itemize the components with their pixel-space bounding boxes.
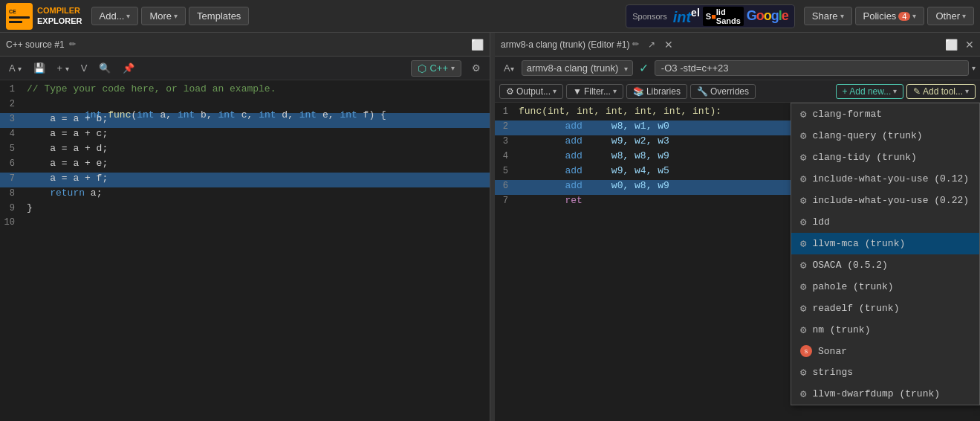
policies-button[interactable]: Policies 4 ▾	[855, 7, 925, 25]
menu-item-label: readelf (trunk)	[812, 303, 899, 314]
policies-chevron-icon: ▾	[912, 12, 916, 20]
language-selector[interactable]: ⬡ C++ ▾	[411, 60, 461, 77]
vim-button[interactable]: V	[77, 60, 92, 76]
editor-maximize-icon[interactable]: ⬜	[471, 39, 484, 51]
output-button[interactable]: ⚙ Output... ▾	[499, 84, 563, 99]
gear-icon: ⚙	[800, 151, 806, 164]
options-chevron-icon: ▾	[972, 64, 976, 72]
overrides-button[interactable]: 🔧 Overrides	[690, 84, 756, 99]
menu-item-include-what-you-use-022[interactable]: ⚙include-what-you-use (0.22)	[791, 190, 979, 211]
solidstack-sponsor: S■lidSands	[703, 7, 744, 26]
libraries-icon: 📚	[633, 86, 644, 97]
templates-button[interactable]: Templates	[189, 7, 249, 25]
lang-chevron-icon: ▾	[451, 64, 455, 72]
menu-item-label: include-what-you-use (0.22)	[812, 195, 969, 206]
add-tool-button[interactable]: ✎ Add tool... ▾	[906, 84, 976, 99]
logo-area: CE COMPILER EXPLORER	[6, 3, 82, 30]
addpane-chevron-icon: ▾	[65, 65, 69, 73]
addtool-chevron-icon: ▾	[965, 87, 969, 95]
font-chevron-icon: ▾	[18, 65, 22, 73]
compiler-close-icon[interactable]: ✕	[965, 39, 974, 51]
search-icon: 🔍	[99, 62, 111, 74]
menu-item-label: clang-format	[812, 109, 882, 120]
pin-button[interactable]: 📌	[118, 60, 139, 76]
gear-icon: ⚙	[800, 280, 806, 293]
compiler-title-area: armv8-a clang (trunk) (Editor #1) ✏	[501, 39, 639, 50]
menu-item-include-what-you-use-012[interactable]: ⚙include-what-you-use (0.12)	[791, 168, 979, 190]
navbar: CE COMPILER EXPLORER Add... ▾ More ▾ Tem…	[0, 0, 980, 33]
add-new-button[interactable]: + Add new... ▾	[836, 84, 904, 99]
add-pane-button[interactable]: + ▾	[53, 60, 74, 76]
menu-item-label: clang-tidy (trunk)	[812, 152, 916, 163]
more-chevron-icon: ▾	[174, 12, 178, 20]
menu-item-clang-query[interactable]: ⚙clang-query (trunk)	[791, 125, 979, 147]
external-link-icon[interactable]: ↗	[648, 39, 655, 50]
compiler-maximize-icon[interactable]: ⬜	[945, 39, 958, 51]
code-line-4: 4 a = a + c;	[0, 128, 490, 143]
sponsors-label: Sponsors	[632, 12, 666, 21]
add-chevron-icon: ▾	[126, 12, 130, 20]
search-button[interactable]: 🔍	[94, 60, 115, 76]
save-icon: 💾	[33, 62, 45, 74]
compiler-panel-title: armv8-a clang (trunk) (Editor #1)	[501, 39, 629, 50]
menu-item-strings[interactable]: ⚙strings	[791, 361, 979, 383]
code-line-1: 1 // Type your code here, or load an exa…	[0, 83, 490, 98]
compiler-selector[interactable]: armv8-a clang (trunk) ▾	[522, 60, 633, 76]
code-line-10: 10	[0, 217, 490, 232]
add-button[interactable]: Add... ▾	[91, 7, 139, 25]
compiler-font-button[interactable]: A▾	[499, 60, 519, 76]
libraries-button[interactable]: 📚 Libraries	[626, 84, 687, 99]
menu-item-label: OSACA (0.5.2)	[812, 260, 887, 271]
filter-button[interactable]: ▼ Filter... ▾	[566, 84, 623, 99]
menu-item-nm[interactable]: ⚙nm (trunk)	[791, 319, 979, 341]
menu-item-osaca[interactable]: ⚙OSACA (0.5.2)	[791, 254, 979, 276]
menu-item-label: llvm-mca (trunk)	[812, 238, 905, 249]
gear-icon: ⚙	[800, 108, 806, 120]
menu-item-pahole[interactable]: ⚙pahole (trunk)	[791, 276, 979, 298]
menu-item-label: pahole (trunk)	[812, 281, 893, 292]
cfont-chevron-icon: ▾	[510, 65, 514, 73]
more-button[interactable]: More ▾	[141, 7, 186, 25]
menu-item-ldd[interactable]: ⚙ldd	[791, 211, 979, 233]
editor-settings-icon[interactable]: ⚙	[467, 60, 485, 76]
overrides-icon: 🔧	[697, 86, 708, 97]
editor-toolbar: A ▾ 💾 + ▾ V 🔍 📌 ⬡ C++ ▾	[0, 57, 490, 80]
compiler-body: 1 func(int, int, int, int, int, int): 2 …	[495, 103, 980, 421]
save-button[interactable]: 💾	[29, 60, 50, 76]
gear-icon: ⚙	[800, 216, 806, 228]
menu-item-clang-format[interactable]: ⚙clang-format	[791, 103, 979, 125]
editor-edit-icon[interactable]: ✏	[69, 39, 76, 49]
gear-icon: ⚙	[800, 259, 806, 271]
code-line-5: 5 a = a + d;	[0, 143, 490, 158]
gear-icon: ⚙	[800, 194, 806, 207]
sonar-icon: S	[800, 345, 812, 357]
gear-icon: ⚙	[800, 388, 806, 400]
editor-body[interactable]: 1 // Type your code here, or load an exa…	[0, 80, 490, 421]
share-button[interactable]: Share ▾	[804, 7, 852, 25]
font-size-button[interactable]: A ▾	[4, 60, 26, 76]
policies-badge: 4	[898, 12, 910, 21]
compiler-chevron-icon: ▾	[624, 65, 628, 73]
filter-chevron-icon: ▾	[613, 87, 617, 95]
svg-rect-3	[9, 21, 22, 23]
gear-icon: ⚙	[800, 366, 806, 379]
main-area: C++ source #1 ✏ ⬜ A ▾ 💾 + ▾ V 🔍	[0, 33, 980, 421]
compiler-edit-icon[interactable]: ✏	[632, 39, 639, 49]
menu-item-readelf[interactable]: ⚙readelf (trunk)	[791, 298, 979, 319]
menu-item-clang-tidy[interactable]: ⚙clang-tidy (trunk)	[791, 147, 979, 168]
addnew-chevron-icon: ▾	[893, 87, 897, 95]
menu-item-llvm-dwarfdump[interactable]: ⚙llvm-dwarfdump (trunk)	[791, 383, 979, 405]
gear-icon: ⚙	[800, 129, 806, 142]
menu-item-label: ldd	[812, 216, 829, 228]
other-button[interactable]: Other ▾	[927, 7, 974, 25]
google-sponsor: Google	[747, 8, 788, 24]
compiler-options-input[interactable]	[655, 60, 969, 76]
share-chevron-icon: ▾	[840, 12, 844, 20]
menu-item-llvm-mca[interactable]: ⚙llvm-mca (trunk)	[791, 233, 979, 254]
compiler-toolbar-2: ⚙ Output... ▾ ▼ Filter... ▾ 📚 Libraries …	[495, 80, 980, 103]
svg-rect-2	[9, 16, 30, 19]
sponsors-area: Sponsors intel S■lidSands Google	[626, 4, 795, 28]
status-ok-icon: ✓	[639, 61, 649, 75]
close-panel-icon[interactable]: ✕	[664, 39, 673, 51]
menu-item-sonar[interactable]: SSonar	[791, 341, 979, 361]
